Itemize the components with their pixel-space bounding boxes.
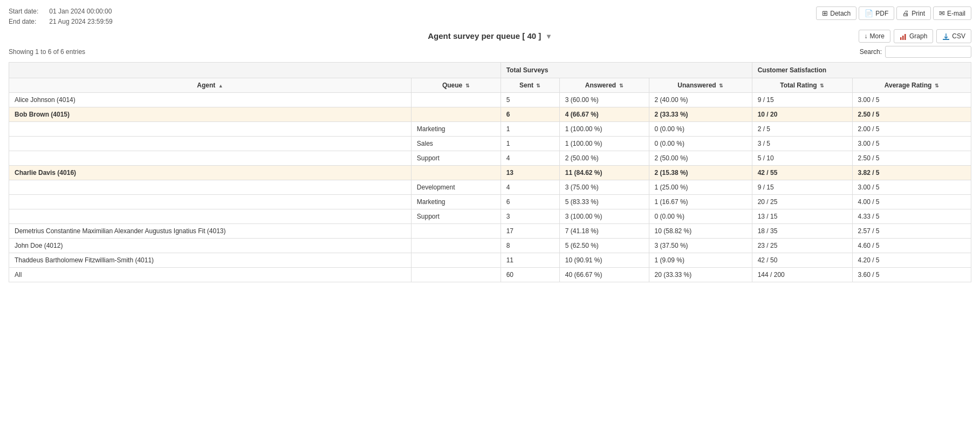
main-table: Total Surveys Customer Satisfaction Agen… <box>9 62 971 282</box>
table-row: Sales11 (100.00 %)0 (0.00 %)3 / 53.00 / … <box>9 137 971 151</box>
agent-cell: Alice Johnson (4014) <box>9 93 412 107</box>
report-actions: ↓ More Graph CSV <box>859 29 971 43</box>
total-rating-cell: 42 / 50 <box>752 253 852 268</box>
table-body: Alice Johnson (4014)53 (60.00 %)2 (40.00… <box>9 93 971 282</box>
table-row: Alice Johnson (4014)53 (60.00 %)2 (40.00… <box>9 93 971 107</box>
svg-rect-0 <box>900 37 902 40</box>
answered-cell: 40 (66.67 %) <box>559 268 649 282</box>
col-agent[interactable]: Agent ▲ <box>9 78 412 93</box>
sort-icon-total-rating: ⇅ <box>820 84 824 89</box>
end-date-label: End date: <box>9 17 47 27</box>
sent-cell: 4 <box>501 180 559 195</box>
avg-rating-cell: 4.00 / 5 <box>852 195 971 209</box>
unanswered-cell: 2 (33.33 %) <box>649 107 752 122</box>
answered-cell: 3 (75.00 %) <box>559 180 649 195</box>
avg-rating-cell: 3.00 / 5 <box>852 180 971 195</box>
table-row: Support33 (100.00 %)0 (0.00 %)13 / 154.3… <box>9 209 971 224</box>
queue-cell: Support <box>411 151 501 166</box>
sort-icon-sent: ⇅ <box>536 84 540 89</box>
more-button[interactable]: ↓ More <box>859 30 890 43</box>
total-rating-cell: 23 / 25 <box>752 239 852 253</box>
graph-button[interactable]: Graph <box>894 29 933 43</box>
print-button[interactable]: 🖨 Print <box>896 6 931 20</box>
sort-icon-unanswered: ⇅ <box>719 84 723 89</box>
sent-cell: 1 <box>501 137 559 151</box>
answered-cell: 2 (50.00 %) <box>559 151 649 166</box>
col-header-row: Agent ▲ Queue ⇅ Sent ⇅ Answered ⇅ Unansw… <box>9 78 971 93</box>
answered-cell: 1 (100.00 %) <box>559 122 649 137</box>
sort-icon-avg-rating: ⇅ <box>935 84 939 89</box>
end-date-value: 21 Aug 2024 23:59:59 <box>49 18 112 25</box>
avg-rating-cell: 2.00 / 5 <box>852 122 971 137</box>
csv-button[interactable]: CSV <box>936 29 971 43</box>
svg-rect-2 <box>904 34 906 40</box>
queue-cell: Development <box>411 180 501 195</box>
pdf-button[interactable]: 📄 PDF <box>859 6 894 20</box>
sent-cell: 5 <box>501 93 559 107</box>
unanswered-cell: 0 (0.00 %) <box>649 137 752 151</box>
group-header-customer-satisfaction: Customer Satisfaction <box>752 63 971 78</box>
search-label: Search: <box>860 48 882 56</box>
table-meta: Showing 1 to 6 of 6 entries Search: <box>9 46 971 58</box>
agent-cell <box>9 137 412 151</box>
table-row: Thaddeus Bartholomew Fitzwilliam-Smith (… <box>9 253 971 268</box>
avg-rating-cell: 4.20 / 5 <box>852 253 971 268</box>
avg-rating-cell: 3.82 / 5 <box>852 166 971 180</box>
entries-info: Showing 1 to 6 of 6 entries <box>9 48 85 56</box>
agent-cell: Charlie Davis (4016) <box>9 166 412 180</box>
avg-rating-cell: 2.50 / 5 <box>852 151 971 166</box>
sent-cell: 60 <box>501 268 559 282</box>
sort-icon-answered: ⇅ <box>619 84 623 89</box>
sent-cell: 11 <box>501 253 559 268</box>
group-header-total-surveys: Total Surveys <box>501 63 752 78</box>
queue-cell <box>411 93 501 107</box>
col-sent[interactable]: Sent ⇅ <box>501 78 559 93</box>
total-rating-cell: 20 / 25 <box>752 195 852 209</box>
sent-cell: 17 <box>501 224 559 239</box>
sent-cell: 4 <box>501 151 559 166</box>
email-button[interactable]: ✉ E-mail <box>933 6 971 20</box>
email-icon: ✉ <box>939 9 945 17</box>
col-queue[interactable]: Queue ⇅ <box>411 78 501 93</box>
agent-cell: All <box>9 268 412 282</box>
unanswered-cell: 2 (15.38 %) <box>649 166 752 180</box>
graph-icon <box>900 32 907 40</box>
search-input[interactable] <box>885 46 971 58</box>
avg-rating-cell: 4.33 / 5 <box>852 209 971 224</box>
total-rating-cell: 2 / 5 <box>752 122 852 137</box>
pdf-label: PDF <box>875 10 888 17</box>
col-avg-rating[interactable]: Average Rating ⇅ <box>852 78 971 93</box>
total-rating-cell: 3 / 5 <box>752 137 852 151</box>
dropdown-icon[interactable]: ▼ <box>545 32 552 40</box>
table-row: Support42 (50.00 %)2 (50.00 %)5 / 102.50… <box>9 151 971 166</box>
more-label: More <box>870 32 885 40</box>
col-total-rating[interactable]: Total Rating ⇅ <box>752 78 852 93</box>
table-row: Marketing11 (100.00 %)0 (0.00 %)2 / 52.0… <box>9 122 971 137</box>
total-rating-cell: 42 / 55 <box>752 166 852 180</box>
group-header-empty <box>9 63 501 78</box>
detach-button[interactable]: ⊞ Detach <box>816 6 856 20</box>
queue-cell <box>411 166 501 180</box>
answered-cell: 3 (60.00 %) <box>559 93 649 107</box>
queue-cell: Marketing <box>411 195 501 209</box>
col-answered[interactable]: Answered ⇅ <box>559 78 649 93</box>
sent-cell: 6 <box>501 195 559 209</box>
avg-rating-cell: 3.60 / 5 <box>852 268 971 282</box>
answered-cell: 7 (41.18 %) <box>559 224 649 239</box>
answered-cell: 5 (62.50 %) <box>559 239 649 253</box>
table-row: Demetrius Constantine Maximilian Alexand… <box>9 224 971 239</box>
agent-cell <box>9 151 412 166</box>
unanswered-cell: 10 (58.82 %) <box>649 224 752 239</box>
total-rating-cell: 5 / 10 <box>752 151 852 166</box>
detach-icon: ⊞ <box>822 9 828 17</box>
queue-cell: Sales <box>411 137 501 151</box>
col-unanswered[interactable]: Unanswered ⇅ <box>649 78 752 93</box>
total-rating-cell: 18 / 35 <box>752 224 852 239</box>
sent-cell: 8 <box>501 239 559 253</box>
agent-cell <box>9 209 412 224</box>
total-rating-cell: 13 / 15 <box>752 209 852 224</box>
agent-cell: Bob Brown (4015) <box>9 107 412 122</box>
avg-rating-cell: 2.50 / 5 <box>852 107 971 122</box>
unanswered-cell: 2 (50.00 %) <box>649 151 752 166</box>
avg-rating-cell: 3.00 / 5 <box>852 137 971 151</box>
